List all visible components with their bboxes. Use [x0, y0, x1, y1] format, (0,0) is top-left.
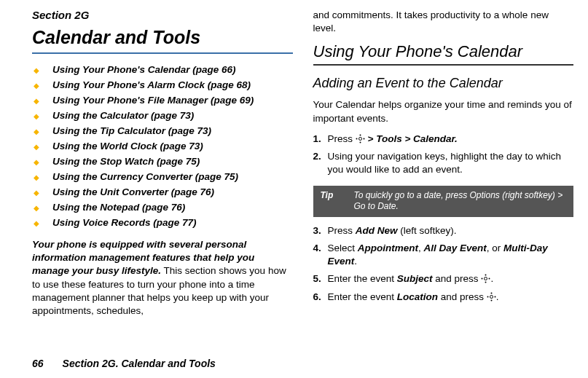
- svg-point-2: [359, 141, 361, 143]
- diamond-icon: ◆: [34, 82, 39, 90]
- nav-key-icon: [487, 292, 496, 302]
- nav-key-icon: [356, 134, 365, 143]
- diamond-icon: ◆: [34, 173, 39, 181]
- heading-rule: [313, 64, 574, 66]
- step-text: .: [490, 273, 493, 284]
- toc-item: ◆Using the World Clock (page 73): [32, 141, 293, 151]
- steps-list-a: Press > Tools > Calendar. Using your nav…: [313, 133, 574, 177]
- step-text-bold: Subject: [397, 273, 433, 284]
- toc-item: ◆Using the Stop Watch (page 75): [32, 156, 293, 167]
- toc-item: ◆Using the Unit Converter (page 76): [32, 186, 293, 197]
- toc-item: ◆Using Your Phone's Alarm Clock (page 68…: [32, 79, 293, 90]
- tip-box: Tip To quickly go to a date, press Optio…: [313, 186, 574, 217]
- toc-item: ◆Using Voice Records (page 77): [32, 217, 293, 228]
- left-column: Section 2G Calendar and Tools ◆Using You…: [32, 9, 293, 344]
- svg-point-0: [358, 137, 361, 140]
- step-text: and press: [433, 273, 482, 284]
- svg-point-3: [356, 138, 357, 139]
- right-column: and commitments. It takes productivity t…: [313, 9, 574, 344]
- step-text: .: [496, 291, 499, 302]
- diamond-icon: ◆: [34, 158, 39, 166]
- subsection-heading: Adding an Event to the Calendar: [313, 76, 574, 91]
- step-text: Using your navigation keys, highlight th…: [328, 151, 561, 175]
- page-footer: 66Section 2G. Calendar and Tools: [32, 358, 216, 369]
- step-text-bold: Appointment: [358, 243, 418, 253]
- step-item: Using your navigation keys, highlight th…: [313, 150, 574, 176]
- svg-point-11: [490, 292, 492, 294]
- diamond-icon: ◆: [34, 143, 39, 151]
- step-item: Enter the event Subject and press .: [313, 272, 574, 286]
- toc-text: Using the Currency Converter (page 75): [52, 171, 238, 182]
- toc-text: Using the Notepad (page 76): [52, 202, 185, 213]
- svg-point-6: [485, 275, 487, 276]
- diamond-icon: ◆: [34, 219, 39, 227]
- toc-item: ◆Using the Currency Converter (page 75): [32, 171, 293, 182]
- steps-list-b: Press Add New (left softkey). Select App…: [313, 224, 574, 304]
- step-item: Press Add New (left softkey).: [313, 224, 574, 237]
- step-text: Enter the event: [328, 273, 397, 284]
- toc-item: ◆Using the Notepad (page 76): [32, 202, 293, 213]
- diamond-icon: ◆: [34, 66, 39, 74]
- toc-text: Using the Tip Calculator (page 73): [52, 125, 211, 136]
- toc-item: ◆Using Your Phone's Calendar (page 66): [32, 64, 293, 75]
- svg-point-10: [490, 295, 493, 298]
- svg-point-13: [487, 296, 488, 297]
- step-item: Enter the event Location and press .: [313, 291, 574, 304]
- diamond-icon: ◆: [34, 112, 39, 120]
- chapter-title: Calendar and Tools: [32, 27, 293, 48]
- step-text: and press: [438, 291, 487, 302]
- intro-paragraph: Your phone is equipped with several pers…: [32, 238, 293, 318]
- diamond-icon: ◆: [34, 97, 39, 105]
- tip-text: To quickly go to a date, press Options (…: [354, 190, 567, 213]
- svg-point-7: [485, 282, 487, 283]
- step-text: Enter the event: [328, 291, 397, 302]
- body-paragraph: Your Calendar helps organize your time a…: [313, 98, 574, 125]
- step-text-bold: Add New: [356, 225, 398, 236]
- step-text: , or: [487, 243, 503, 253]
- svg-point-1: [359, 134, 361, 135]
- nav-key-icon: [481, 274, 490, 283]
- step-text: Select: [328, 243, 358, 253]
- step-text: ,: [418, 243, 424, 253]
- step-text: .: [354, 256, 357, 267]
- footer-title: Section 2G. Calendar and Tools: [63, 358, 216, 369]
- diamond-icon: ◆: [34, 127, 39, 135]
- toc-item: ◆Using the Calculator (page 73): [32, 110, 293, 121]
- section-heading: Using Your Phone's Calendar: [313, 42, 574, 61]
- toc-text: Using Your Phone's Calendar (page 66): [52, 64, 236, 75]
- page-columns: Section 2G Calendar and Tools ◆Using You…: [32, 9, 573, 344]
- page-number: 66: [32, 358, 44, 369]
- step-text: Press: [328, 133, 356, 144]
- tip-label: Tip: [321, 190, 354, 213]
- heading-rule: [32, 52, 293, 54]
- svg-point-5: [485, 277, 487, 280]
- section-label: Section 2G: [32, 9, 293, 21]
- step-item: Press > Tools > Calendar.: [313, 133, 574, 146]
- step-item: Select Appointment, All Day Event, or Mu…: [313, 242, 574, 268]
- diamond-icon: ◆: [34, 204, 39, 212]
- step-text: Press: [328, 225, 356, 236]
- step-text-bold: Location: [397, 291, 438, 302]
- toc-item: ◆Using Your Phone's File Manager (page 6…: [32, 95, 293, 106]
- toc-list: ◆Using Your Phone's Calendar (page 66) ◆…: [32, 64, 293, 228]
- step-text-bold: All Day Event: [424, 243, 487, 253]
- step-text: (left softkey).: [398, 225, 457, 236]
- toc-item: ◆Using the Tip Calculator (page 73): [32, 125, 293, 136]
- continuation-paragraph: and commitments. It takes productivity t…: [313, 9, 574, 35]
- toc-text: Using Your Phone's File Manager (page 69…: [52, 95, 254, 106]
- toc-text: Using the Calculator (page 73): [52, 110, 194, 121]
- toc-text: Using the Unit Converter (page 76): [52, 186, 214, 197]
- diamond-icon: ◆: [34, 189, 39, 197]
- toc-text: Using Voice Records (page 77): [52, 217, 197, 228]
- toc-text: Using the Stop Watch (page 75): [52, 156, 200, 167]
- toc-text: Using Your Phone's Alarm Clock (page 68): [52, 79, 251, 90]
- svg-point-12: [490, 299, 492, 301]
- toc-text: Using the World Clock (page 73): [52, 141, 203, 151]
- step-text-bold: > Tools > Calendar.: [365, 133, 458, 144]
- svg-point-8: [482, 278, 483, 280]
